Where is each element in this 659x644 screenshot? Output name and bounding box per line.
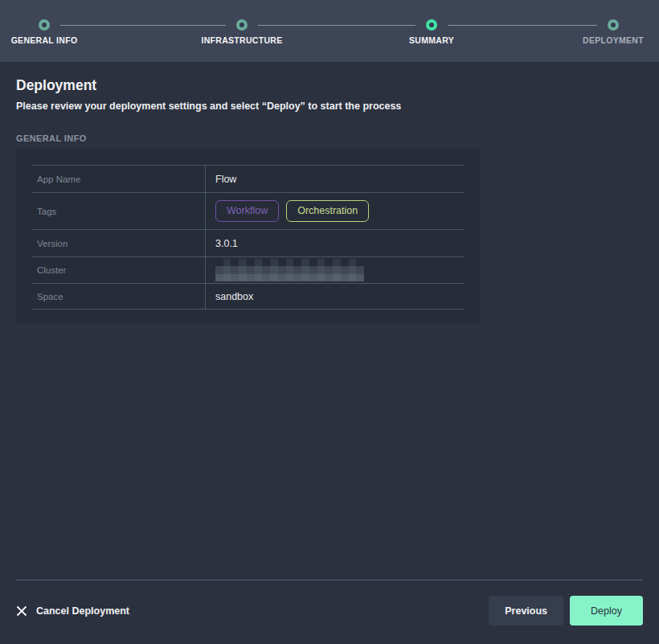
previous-button[interactable]: Previous — [489, 596, 563, 626]
step-infrastructure[interactable]: INFRASTRUCTURE — [182, 0, 302, 45]
table-row-version: Version 3.0.1 — [32, 229, 464, 256]
row-value: 3.0.1 — [206, 230, 464, 256]
summary-card: App Name Flow Tags Workflow Orchestratio… — [16, 149, 481, 323]
cancel-deployment-button[interactable]: Cancel Deployment — [16, 605, 129, 617]
step-dot-icon — [426, 19, 437, 31]
close-icon — [16, 605, 27, 617]
step-label: DEPLOYMENT — [553, 35, 659, 45]
page-subtitle: Please review your deployment settings a… — [16, 100, 659, 112]
table-row-space: Space sandbox — [32, 283, 464, 310]
cluster-redacted-value — [215, 259, 364, 281]
row-value: Workflow Orchestration — [206, 193, 464, 229]
table-row-app-name: App Name Flow — [32, 165, 464, 192]
tag-badge-orchestration: Orchestration — [286, 200, 369, 222]
summary-page: Deployment Please review your deployment… — [0, 77, 659, 323]
step-label: GENERAL INFO — [0, 35, 104, 45]
section-label-general-info: GENERAL INFO — [16, 133, 659, 143]
wizard-stepper: GENERAL INFO INFRASTRUCTURE SUMMARY DEPL… — [0, 0, 659, 62]
row-label: Space — [32, 284, 206, 309]
wizard-footer: Cancel Deployment Previous Deploy — [16, 580, 643, 641]
table-row-tags: Tags Workflow Orchestration — [32, 192, 464, 229]
step-deployment[interactable]: DEPLOYMENT — [553, 0, 659, 45]
row-value: sandbox — [206, 284, 464, 309]
step-dot-icon — [608, 19, 619, 31]
row-label: Version — [32, 230, 206, 256]
deploy-button[interactable]: Deploy — [570, 596, 643, 626]
page-title: Deployment — [16, 77, 659, 94]
footer-actions: Previous Deploy — [489, 596, 643, 626]
row-value — [206, 257, 464, 283]
row-label: App Name — [32, 166, 206, 192]
row-label: Tags — [32, 193, 206, 229]
step-dot-icon — [39, 19, 50, 31]
cancel-deployment-label: Cancel Deployment — [36, 605, 129, 617]
step-label: SUMMARY — [371, 35, 492, 45]
step-summary[interactable]: SUMMARY — [371, 0, 492, 45]
step-dot-icon — [236, 19, 248, 31]
table-row-cluster: Cluster — [32, 256, 464, 283]
step-general-info[interactable]: GENERAL INFO — [0, 0, 104, 45]
step-label: INFRASTRUCTURE — [182, 35, 302, 45]
tag-badge-workflow: Workflow — [215, 200, 279, 222]
row-value: Flow — [206, 166, 464, 192]
row-label: Cluster — [32, 257, 206, 283]
